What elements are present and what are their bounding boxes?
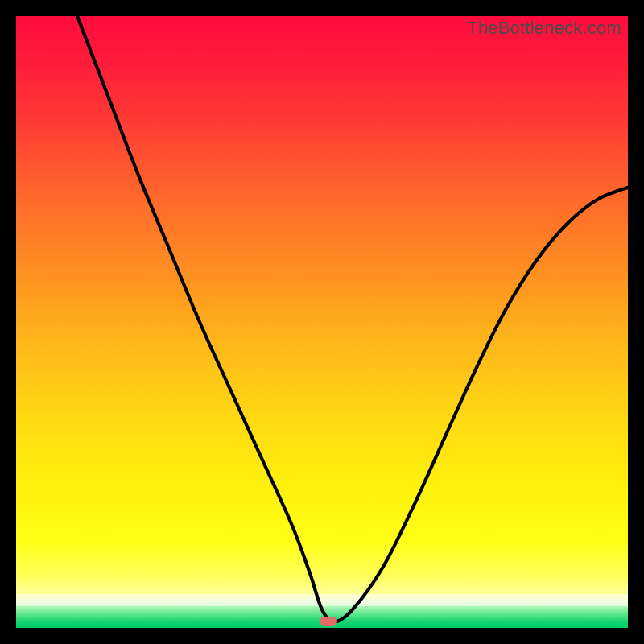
watermark-text: TheBottleneck.com xyxy=(467,18,621,39)
plot-area: TheBottleneck.com xyxy=(16,16,628,628)
min-point-marker xyxy=(320,617,337,626)
chart-frame: TheBottleneck.com xyxy=(0,0,644,644)
bottleneck-curve xyxy=(16,16,628,628)
curve-path xyxy=(77,16,628,621)
